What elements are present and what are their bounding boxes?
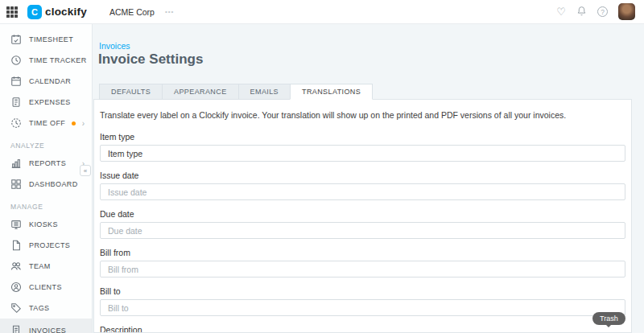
heart-icon[interactable]: ♡ bbox=[556, 6, 566, 17]
field-bill-from: Bill from bbox=[100, 248, 625, 278]
time-off-icon bbox=[10, 117, 22, 129]
sidebar-item-label: TEAM bbox=[29, 262, 51, 270]
sidebar-item-time-off[interactable]: TIME OFF › bbox=[0, 113, 92, 134]
apps-grid-icon[interactable] bbox=[6, 6, 18, 18]
translations-panel: Translate every label on a Clockify invo… bbox=[93, 99, 632, 333]
field-label: Description bbox=[100, 325, 625, 333]
team-icon bbox=[10, 261, 22, 272]
sidebar-item-team[interactable]: TEAM bbox=[0, 256, 92, 277]
workspace-more-icon[interactable]: ••• bbox=[165, 8, 174, 15]
bell-icon[interactable] bbox=[576, 6, 587, 18]
sidebar-item-label: TIME OFF bbox=[29, 119, 65, 127]
field-label: Issue date bbox=[100, 171, 625, 180]
field-description: Description bbox=[100, 325, 625, 333]
sidebar-item-label: DASHBOARD bbox=[29, 180, 78, 188]
dashboard-icon bbox=[10, 179, 22, 190]
sidebar-item-label: EXPENSES bbox=[29, 98, 71, 106]
clockify-wordmark: clockify bbox=[45, 6, 87, 18]
field-item-type: Item type bbox=[100, 132, 625, 162]
field-label: Bill from bbox=[100, 248, 625, 257]
sidebar-section-analyze: ANALYZE bbox=[0, 134, 92, 153]
sidebar-item-dashboard[interactable]: DASHBOARD bbox=[0, 174, 92, 195]
calendar-icon bbox=[10, 76, 22, 87]
field-issue-date: Issue date bbox=[100, 171, 625, 200]
field-label: Bill to bbox=[100, 286, 625, 296]
settings-tabbar: DEFAULTS APPEARANCE EMAILS TRANSLATIONS bbox=[99, 84, 372, 100]
sidebar-item-label: TIMESHEET bbox=[29, 35, 73, 43]
tab-appearance[interactable]: APPEARANCE bbox=[162, 84, 239, 100]
sidebar-item-clients[interactable]: CLIENTS bbox=[0, 277, 92, 298]
sidebar-item-expenses[interactable]: EXPENSES bbox=[0, 92, 92, 113]
sidebar-collapse-button[interactable]: « bbox=[80, 165, 91, 176]
sidebar-item-label: INVOICES bbox=[29, 327, 66, 333]
chevron-right-icon: › bbox=[82, 119, 85, 128]
sidebar-item-projects[interactable]: PROJECTS bbox=[0, 235, 92, 256]
sidebar-item-label: TIME TRACKER bbox=[29, 56, 87, 64]
sidebar: TIMESHEET TIME TRACKER CALENDAR EXPENSES… bbox=[0, 24, 93, 333]
sidebar-item-label: KIOSKS bbox=[29, 220, 58, 228]
issue-date-input[interactable] bbox=[100, 183, 625, 200]
field-label: Item type bbox=[100, 132, 625, 142]
sidebar-item-timesheet[interactable]: TIMESHEET bbox=[0, 29, 92, 50]
kiosks-icon bbox=[10, 219, 22, 230]
invoices-icon bbox=[10, 325, 22, 333]
clockify-logo[interactable]: C clockify bbox=[27, 5, 87, 19]
item-type-input[interactable] bbox=[100, 145, 625, 162]
bill-to-input[interactable] bbox=[100, 299, 625, 316]
sidebar-item-tags[interactable]: TAGS bbox=[0, 298, 92, 319]
workspace-name[interactable]: ACME Corp bbox=[109, 7, 155, 17]
breadcrumb-invoices-link[interactable]: Invoices bbox=[99, 41, 130, 51]
notification-dot bbox=[72, 121, 76, 125]
top-bar: C clockify ACME Corp ••• ♡ ? bbox=[0, 0, 644, 24]
sidebar-item-kiosks[interactable]: KIOSKS bbox=[0, 214, 92, 235]
topbar-actions: ♡ ? bbox=[556, 3, 644, 20]
sidebar-item-label: CALENDAR bbox=[29, 77, 71, 85]
tab-defaults[interactable]: DEFAULTS bbox=[99, 84, 163, 100]
timesheet-icon bbox=[10, 34, 22, 45]
trash-tooltip: Trash bbox=[592, 312, 625, 325]
sidebar-item-label: TAGS bbox=[29, 304, 49, 312]
bill-from-input[interactable] bbox=[100, 261, 625, 278]
user-avatar[interactable] bbox=[618, 3, 635, 20]
field-due-date: Due date bbox=[100, 209, 625, 239]
sidebar-item-reports[interactable]: REPORTS › bbox=[0, 153, 92, 174]
sidebar-item-label: CLIENTS bbox=[29, 283, 62, 291]
panel-intro-text: Translate every label on a Clockify invo… bbox=[100, 110, 625, 120]
field-bill-to: Bill to bbox=[100, 286, 625, 316]
help-icon[interactable]: ? bbox=[597, 6, 608, 17]
page-title: Invoice Settings bbox=[98, 51, 203, 68]
sidebar-item-calendar[interactable]: CALENDAR bbox=[0, 71, 92, 92]
field-label: Due date bbox=[100, 209, 625, 219]
projects-icon bbox=[10, 240, 22, 251]
clock-icon bbox=[10, 55, 22, 66]
sidebar-section-manage: MANAGE bbox=[0, 195, 92, 214]
reports-icon bbox=[10, 158, 22, 169]
clockify-logo-icon: C bbox=[27, 5, 42, 19]
clients-icon bbox=[10, 282, 22, 293]
sidebar-item-invoices[interactable]: INVOICES bbox=[0, 319, 92, 333]
sidebar-item-time-tracker[interactable]: TIME TRACKER bbox=[0, 50, 92, 71]
sidebar-item-label: PROJECTS bbox=[29, 241, 70, 249]
sidebar-item-label: REPORTS bbox=[29, 159, 66, 167]
tab-emails[interactable]: EMAILS bbox=[238, 84, 291, 100]
tags-icon bbox=[10, 302, 22, 314]
tab-translations[interactable]: TRANSLATIONS bbox=[290, 84, 373, 100]
due-date-input[interactable] bbox=[100, 222, 625, 239]
expenses-icon bbox=[10, 97, 22, 108]
